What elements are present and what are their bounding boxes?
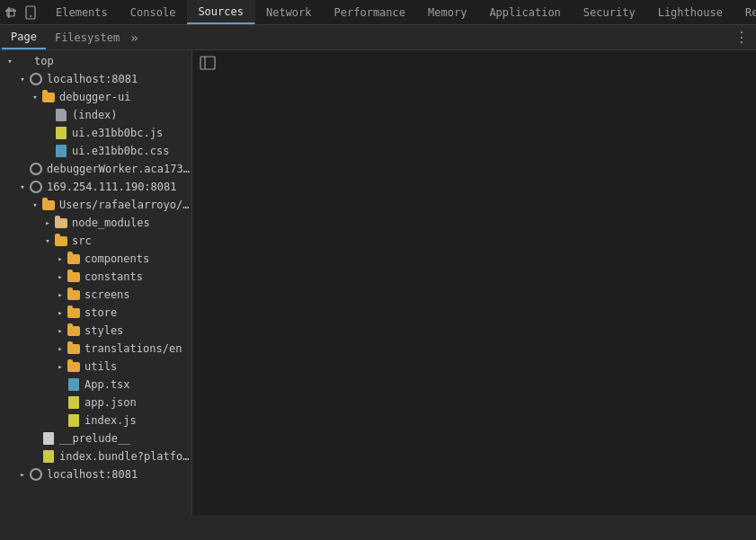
prelude-icon bbox=[41, 431, 56, 446]
utils-icon bbox=[67, 359, 81, 374]
arrow-debugger-ui bbox=[29, 91, 41, 103]
index-file-icon bbox=[54, 108, 68, 122]
arrow-node-modules bbox=[41, 217, 54, 229]
sub-tab-options-icon[interactable]: ⋮ bbox=[729, 29, 754, 46]
tree-item-debugger-worker[interactable]: debuggerWorker.aca173c4.js bbox=[0, 160, 191, 178]
localhost-icon bbox=[29, 72, 43, 86]
app-json-label: app.json bbox=[84, 396, 137, 409]
worker-label: debuggerWorker.aca173c4.js bbox=[47, 163, 191, 175]
tree-item-screens[interactable]: screens bbox=[0, 286, 191, 304]
components-label: components bbox=[84, 252, 149, 265]
tree-item-translations[interactable]: translations/en bbox=[0, 340, 191, 358]
editor-panel bbox=[192, 50, 756, 515]
app-json-icon bbox=[67, 395, 81, 410]
tree-item-components[interactable]: components bbox=[0, 250, 191, 268]
arrow-users bbox=[29, 199, 41, 211]
tree-item-prelude[interactable]: __prelude__ bbox=[0, 429, 191, 447]
svg-rect-3 bbox=[200, 57, 215, 69]
debugger-ui-icon bbox=[41, 90, 56, 104]
arrow-prelude bbox=[29, 432, 41, 445]
ui-js-label: ui.e31bb0bc.js bbox=[72, 127, 163, 139]
arrow-store bbox=[54, 306, 67, 319]
arrow-utils bbox=[54, 360, 67, 373]
index-bundle-icon bbox=[41, 449, 56, 464]
sub-tab-more[interactable]: » bbox=[130, 31, 138, 45]
screens-label: screens bbox=[84, 288, 130, 301]
components-icon bbox=[67, 252, 81, 266]
arrow-localhost2 bbox=[16, 468, 29, 481]
tree-item-top[interactable]: top bbox=[0, 52, 191, 70]
tree-item-constants[interactable]: constants bbox=[0, 268, 191, 286]
arrow-top bbox=[4, 55, 16, 67]
arrow-translations bbox=[54, 342, 67, 355]
sub-tab-page[interactable]: Page bbox=[2, 25, 46, 49]
editor-toolbar bbox=[196, 54, 219, 75]
arrow-components bbox=[54, 252, 67, 265]
tree-item-index[interactable]: (index) bbox=[0, 106, 191, 124]
tree-item-index-js[interactable]: index.js bbox=[0, 412, 191, 429]
device-icon[interactable] bbox=[23, 5, 38, 20]
tree-item-ui-css[interactable]: ui.e31bb0bc.css bbox=[0, 142, 191, 160]
utils-label: utils bbox=[84, 360, 117, 373]
debugger-ui-label: debugger-ui bbox=[59, 91, 130, 103]
tree-item-index-bundle[interactable]: index.bundle?platform=ios& bbox=[0, 447, 191, 465]
styles-icon bbox=[67, 323, 81, 338]
localhost-label: localhost:8081 bbox=[47, 73, 138, 85]
tree-item-localhost[interactable]: localhost:8081 bbox=[0, 70, 191, 88]
tab-performance[interactable]: Performance bbox=[324, 0, 417, 24]
top-label: top bbox=[34, 55, 54, 67]
file-panel: top localhost:8081 debugger-ui bbox=[0, 50, 192, 515]
tab-network[interactable]: Network bbox=[255, 0, 324, 24]
arrow-remote bbox=[16, 181, 29, 193]
tab-recorder[interactable]: Recorder ▲ bbox=[734, 0, 756, 24]
top-icon bbox=[16, 54, 31, 68]
tree-item-debugger-ui[interactable]: debugger-ui bbox=[0, 88, 191, 106]
tree-item-users[interactable]: Users/rafaelarroyo/Workspa bbox=[0, 196, 191, 214]
index-js-label: index.js bbox=[84, 414, 137, 427]
tree-item-app-json[interactable]: app.json bbox=[0, 394, 191, 412]
arrow-screens bbox=[54, 288, 67, 301]
remote-icon bbox=[29, 180, 43, 194]
src-label: src bbox=[72, 235, 92, 247]
tab-sources[interactable]: Sources bbox=[187, 0, 255, 24]
constants-label: constants bbox=[84, 270, 143, 283]
localhost2-icon bbox=[29, 467, 43, 482]
translations-icon bbox=[67, 341, 81, 356]
translations-label: translations/en bbox=[84, 342, 182, 355]
sub-tab-filesystem[interactable]: Filesystem bbox=[46, 25, 129, 49]
tree-item-ui-js[interactable]: ui.e31bb0bc.js bbox=[0, 124, 191, 142]
screens-icon bbox=[67, 288, 81, 302]
node-modules-label: node_modules bbox=[72, 217, 150, 229]
file-tree: top localhost:8081 debugger-ui bbox=[0, 50, 191, 485]
inspect-icon[interactable] bbox=[4, 5, 18, 20]
svg-rect-0 bbox=[7, 9, 14, 16]
users-label: Users/rafaelarroyo/Workspa bbox=[59, 199, 191, 211]
toolbar-icons bbox=[4, 5, 45, 20]
main-nav-tabs: Elements Console Sources Network Perform… bbox=[45, 0, 756, 24]
tab-elements[interactable]: Elements bbox=[45, 0, 120, 24]
app-tsx-icon bbox=[67, 377, 81, 392]
tree-item-node-modules[interactable]: node_modules bbox=[0, 214, 191, 232]
tree-item-utils[interactable]: utils bbox=[0, 358, 191, 376]
tree-item-localhost2[interactable]: localhost:8081 bbox=[0, 465, 191, 483]
tab-security[interactable]: Security bbox=[573, 0, 647, 24]
tab-lighthouse[interactable]: Lighthouse bbox=[647, 0, 734, 24]
tab-memory[interactable]: Memory bbox=[417, 0, 478, 24]
tree-item-store[interactable]: store bbox=[0, 304, 191, 322]
arrow-index-bundle bbox=[29, 450, 41, 463]
tab-console[interactable]: Console bbox=[120, 0, 188, 24]
sidebar-toggle-icon[interactable] bbox=[196, 54, 219, 75]
ui-css-icon bbox=[54, 144, 68, 158]
ui-css-label: ui.e31bb0bc.css bbox=[72, 145, 169, 157]
tree-item-src[interactable]: src bbox=[0, 232, 191, 250]
store-label: store bbox=[84, 306, 117, 319]
index-bundle-label: index.bundle?platform=ios& bbox=[59, 450, 191, 463]
arrow-ui-css bbox=[41, 145, 54, 157]
tree-item-remote[interactable]: 169.254.111.190:8081 bbox=[0, 178, 191, 196]
tree-item-app-tsx[interactable]: App.tsx bbox=[0, 376, 191, 394]
arrow-ui-js bbox=[41, 127, 54, 139]
node-modules-icon bbox=[54, 216, 68, 230]
tree-item-styles[interactable]: styles bbox=[0, 322, 191, 340]
src-icon bbox=[54, 234, 68, 248]
tab-application[interactable]: Application bbox=[478, 0, 572, 24]
